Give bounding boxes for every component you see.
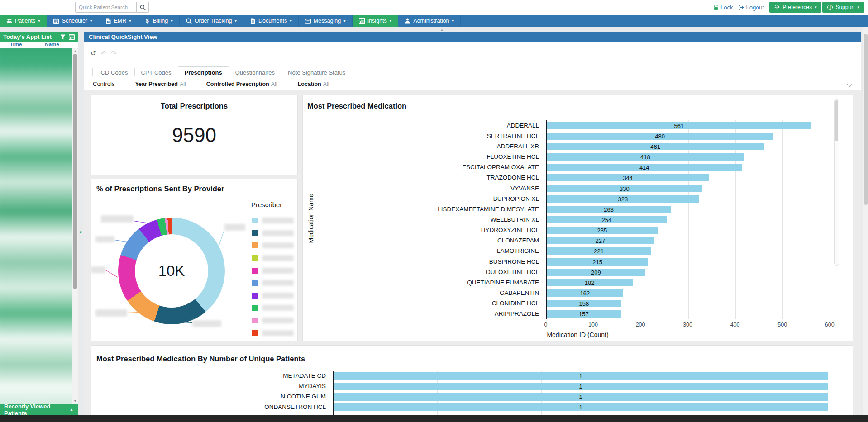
- bar-mydayis[interactable]: 1: [334, 383, 828, 390]
- undo-icon[interactable]: ↶: [101, 49, 107, 57]
- tab-note-signature-status[interactable]: Note Signature Status: [281, 66, 352, 78]
- filter-icon[interactable]: [60, 34, 66, 40]
- bar-trazodone-hcl[interactable]: 344: [547, 174, 709, 181]
- recently-viewed-patients-bar[interactable]: Recently Viewed Patients ▲: [0, 404, 78, 415]
- scroll-down-icon[interactable]: ▼: [72, 399, 78, 403]
- bar-fluoxetine-hcl[interactable]: 418: [547, 153, 744, 161]
- bar-bupropion-xl[interactable]: 323: [547, 195, 699, 203]
- reset-icon[interactable]: ↺: [91, 49, 96, 57]
- legend-entry[interactable]: [252, 314, 294, 327]
- gridline: [688, 120, 689, 319]
- nav-scheduler[interactable]: Scheduler▾: [47, 15, 99, 27]
- calendar-icon[interactable]: [69, 34, 75, 40]
- bar-clonidine-hcl[interactable]: 158: [547, 300, 621, 307]
- legend-entry[interactable]: [252, 227, 294, 240]
- scroll-up-icon[interactable]: ▲: [72, 49, 78, 53]
- sidebar-collapse-icon[interactable]: ◄: [78, 229, 82, 234]
- unique-patients-card: Most Prescribed Medication By Number of …: [91, 345, 853, 415]
- bar-vyvanse[interactable]: 330: [547, 185, 702, 192]
- bar-gabapentin[interactable]: 162: [547, 289, 623, 297]
- bar-metadate-cd[interactable]: 1: [334, 372, 828, 380]
- legend-swatch-icon: [252, 280, 258, 286]
- legend-entry[interactable]: [252, 302, 294, 314]
- bar-sertraline-hcl[interactable]: 480: [547, 133, 773, 140]
- search-input[interactable]: [75, 2, 137, 13]
- expand-up-icon: ▲: [69, 407, 74, 412]
- gridline: [735, 120, 736, 319]
- lock-link[interactable]: Lock: [713, 4, 733, 11]
- bar-buspirone-hcl[interactable]: 215: [547, 258, 648, 266]
- medication-label: METADATE CD: [283, 372, 326, 379]
- legend-entry[interactable]: [252, 277, 294, 289]
- nav-messaging[interactable]: Messaging▾: [299, 15, 353, 27]
- appointments-sidebar: Today's Appt List Time Name ▲ ▼ Recently…: [0, 32, 78, 415]
- tab-questionnaires[interactable]: Questionnaires: [229, 66, 281, 78]
- appt-list-scrollbar[interactable]: ▲ ▼: [72, 48, 78, 404]
- bar-ondansetron-hcl[interactable]: 1: [334, 403, 828, 411]
- window-scrollbar[interactable]: [863, 27, 868, 422]
- preferences-button[interactable]: Preferences ▾: [769, 2, 821, 13]
- logout-link[interactable]: Logout: [738, 4, 764, 11]
- legend-entry[interactable]: [252, 252, 294, 265]
- x-tick-label: 300: [683, 322, 692, 328]
- support-button[interactable]: i Support ▾: [822, 2, 864, 13]
- nav-administration[interactable]: Administration▾: [398, 15, 461, 27]
- legend-entry[interactable]: [252, 289, 294, 302]
- window-scrollbar-thumb[interactable]: [864, 34, 868, 205]
- bar-value: 235: [547, 227, 658, 234]
- bar-value: 158: [547, 300, 621, 307]
- bar-value: 323: [547, 196, 699, 203]
- bar-aripiprazole[interactable]: 157: [547, 310, 621, 318]
- caret-down-icon: ▾: [290, 19, 292, 23]
- bar-quetiapine-fumarate[interactable]: 182: [547, 279, 633, 286]
- bar-adderall-xr[interactable]: 461: [547, 143, 764, 150]
- filter-controlled-prescription[interactable]: Controlled PrescriptionAll: [206, 81, 277, 87]
- tab-prescriptions[interactable]: Prescriptions: [178, 66, 229, 78]
- bar-clonazepam[interactable]: 227: [547, 237, 654, 244]
- chart-scrollbar[interactable]: [834, 99, 839, 266]
- bar-lisdexamfetamine-dimesylate[interactable]: 263: [547, 206, 671, 213]
- redo-icon[interactable]: ↷: [111, 49, 117, 57]
- nav-billing[interactable]: $ Billing▾: [138, 15, 180, 27]
- scrollbar-thumb[interactable]: [73, 54, 77, 289]
- legend-title: Prescriber: [251, 201, 282, 209]
- top-bar: Lock Logout Preferences ▾ i Suppo: [0, 0, 868, 15]
- tab-cpt-codes[interactable]: CPT Codes: [135, 66, 178, 78]
- redacted-patient-rows: [0, 48, 72, 404]
- chart-scrollbar-thumb[interactable]: [835, 100, 838, 141]
- panel-collapse-up-icon[interactable]: ▲: [440, 28, 444, 32]
- legend-entry[interactable]: [252, 327, 294, 339]
- bar-duloxetine-hcl[interactable]: 209: [547, 269, 645, 276]
- search-button[interactable]: [137, 2, 149, 13]
- bar-value: 461: [547, 143, 764, 150]
- filter-year-prescribed[interactable]: Year PrescribedAll: [135, 81, 186, 87]
- bar-wellbutrin-xl[interactable]: 254: [547, 216, 667, 223]
- medication-label: ESCITALOPRAM OXALATE: [462, 164, 539, 171]
- nav-emr[interactable]: EMR▾: [99, 15, 138, 27]
- appt-list-blurred-content[interactable]: [0, 48, 72, 404]
- bar-lamotrigine[interactable]: 221: [547, 247, 651, 255]
- donut-chart[interactable]: 10K: [118, 218, 225, 324]
- bar-hydroxyzine-hcl[interactable]: 235: [547, 227, 658, 234]
- pct-by-provider-title: % of Prescriptions Sent By Provider: [96, 185, 224, 193]
- donut-hole: 10K: [135, 234, 208, 308]
- nav-insights[interactable]: Insights▾: [353, 15, 399, 27]
- column-name[interactable]: Name: [32, 42, 72, 48]
- column-time[interactable]: Time: [0, 42, 32, 48]
- tab-icd-codes[interactable]: ICD Codes: [93, 66, 134, 78]
- legend-entry[interactable]: [252, 214, 294, 227]
- bar-nicotine-gum[interactable]: 1: [334, 393, 828, 401]
- legend-entry[interactable]: [252, 264, 294, 277]
- bar-adderall[interactable]: 561: [547, 122, 811, 129]
- caret-down-icon: ▾: [38, 19, 40, 23]
- caret-down-icon: ▾: [90, 19, 92, 23]
- controls-expand-chevron-icon[interactable]: [847, 81, 853, 87]
- medication-label: QUETIAPINE FUMARATE: [467, 279, 539, 286]
- recently-viewed-label: Recently Viewed Patients: [4, 403, 69, 417]
- filter-location[interactable]: LocationAll: [298, 81, 329, 87]
- nav-patients[interactable]: Patients▾: [0, 15, 47, 27]
- legend-entry[interactable]: [252, 239, 294, 252]
- bar-escitalopram-oxalate[interactable]: 414: [547, 164, 742, 171]
- nav-documents[interactable]: Documents▾: [243, 15, 299, 27]
- nav-order-tracking[interactable]: Order Tracking▾: [180, 15, 243, 27]
